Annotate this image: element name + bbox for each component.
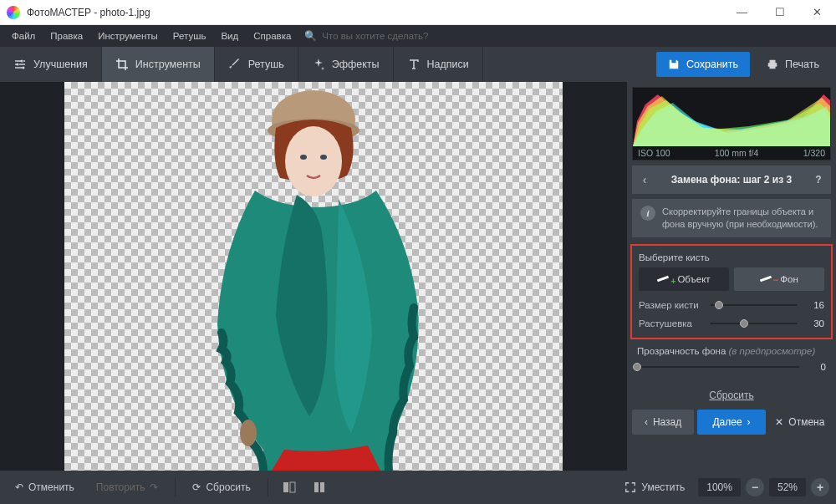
chevron-right-icon: › bbox=[747, 416, 751, 428]
brush-feather-label: Растушевка bbox=[639, 318, 704, 328]
brush-size-track[interactable] bbox=[711, 299, 798, 311]
opacity-slider: 0 bbox=[637, 361, 826, 373]
brush-minus-icon bbox=[760, 276, 775, 283]
sparkle-icon bbox=[312, 58, 325, 71]
svg-rect-12 bbox=[320, 482, 324, 492]
menu-retouch[interactable]: Ретушь bbox=[166, 28, 213, 44]
brush-size-label: Размер кисти bbox=[639, 300, 704, 310]
window-minimize[interactable]: — bbox=[723, 0, 761, 25]
reset-icon: ⟳ bbox=[192, 481, 201, 493]
opacity-label: Прозрачность фона (в предпросмотре) bbox=[637, 346, 826, 356]
fit-icon bbox=[624, 481, 636, 493]
zoom-100-button[interactable]: 100% bbox=[698, 478, 741, 496]
reset-link[interactable]: Сбросить bbox=[627, 389, 836, 401]
main-toolbar: Улучшения Инструменты Ретушь Эффекты Над… bbox=[0, 47, 836, 82]
sliders-icon bbox=[13, 58, 27, 71]
side-panel: ISO 100 100 mm f/4 1/320 ‹ Замена фона: … bbox=[627, 82, 836, 471]
nav-back-button[interactable]: ‹ Назад bbox=[632, 410, 694, 435]
info-box: i Скорректируйте границы объекта и фона … bbox=[632, 199, 831, 237]
tab-label: Надписи bbox=[427, 59, 469, 70]
shutter-value: 1/320 bbox=[803, 148, 825, 158]
menu-edit[interactable]: Правка bbox=[43, 28, 89, 44]
opacity-value: 0 bbox=[806, 362, 826, 372]
lens-value: 100 mm f/4 bbox=[715, 148, 759, 158]
redo-label: Повторить bbox=[96, 481, 145, 493]
search-input[interactable]: Что вы хотите сделать? bbox=[322, 31, 428, 41]
tab-tools[interactable]: Инструменты bbox=[102, 47, 215, 82]
menu-view[interactable]: Вид bbox=[214, 28, 245, 44]
window-titlebar: ФотоМАСТЕР - photo-1.jpg — ☐ ✕ bbox=[0, 0, 836, 25]
search-icon: 🔍 bbox=[304, 30, 317, 42]
nav-next-button[interactable]: Далее › bbox=[697, 410, 766, 435]
histogram: ISO 100 100 mm f/4 1/320 bbox=[632, 87, 831, 160]
image-canvas[interactable] bbox=[64, 82, 563, 471]
menu-file[interactable]: Файл bbox=[5, 28, 42, 44]
tab-label: Инструменты bbox=[135, 59, 201, 70]
svg-point-8 bbox=[240, 420, 257, 446]
tab-label: Улучшения bbox=[33, 59, 88, 70]
fit-button[interactable]: Уместить bbox=[616, 476, 693, 498]
brush-feather-value: 30 bbox=[804, 318, 824, 328]
app-logo bbox=[7, 6, 20, 19]
brush-size-value: 16 bbox=[804, 300, 824, 310]
brush-object-button[interactable]: Объект bbox=[639, 267, 729, 291]
save-label: Сохранить bbox=[686, 59, 738, 70]
tab-label: Эффекты bbox=[332, 59, 380, 70]
nav-cancel-button[interactable]: ✕ Отмена bbox=[769, 410, 831, 435]
undo-button[interactable]: ↶ Отменить bbox=[7, 476, 83, 498]
save-icon bbox=[668, 59, 680, 70]
brush-icon bbox=[228, 58, 242, 71]
close-icon: ✕ bbox=[775, 416, 783, 428]
zoom-level[interactable]: 52% bbox=[769, 478, 806, 496]
bottom-bar: ↶ Отменить Повторить ↷ ⟳ Сбросить Умести… bbox=[0, 471, 836, 504]
brush-background-label: Фон bbox=[780, 274, 798, 284]
info-icon: i bbox=[640, 206, 655, 221]
tab-label: Ретушь bbox=[248, 59, 284, 70]
info-text: Скорректируйте границы объекта и фона вр… bbox=[662, 206, 823, 231]
zoom-out-button[interactable]: − bbox=[746, 478, 764, 496]
crop-icon bbox=[115, 58, 129, 71]
canvas-area[interactable] bbox=[0, 82, 627, 471]
tab-effects[interactable]: Эффекты bbox=[298, 47, 394, 82]
brush-size-slider: Размер кисти 16 bbox=[639, 299, 824, 311]
nav-next-label: Далее bbox=[712, 416, 742, 428]
brush-feather-track[interactable] bbox=[711, 318, 798, 329]
reset-label: Сбросить bbox=[206, 481, 250, 493]
brush-background-button[interactable]: Фон bbox=[734, 267, 824, 291]
tab-improvements[interactable]: Улучшения bbox=[0, 47, 102, 82]
chevron-left-icon: ‹ bbox=[645, 416, 648, 428]
reset-all-button[interactable]: ⟳ Сбросить bbox=[184, 476, 258, 498]
window-close[interactable]: ✕ bbox=[798, 0, 836, 25]
print-label: Печать bbox=[785, 59, 819, 70]
tab-retouch[interactable]: Ретушь bbox=[215, 47, 298, 82]
step-back-icon[interactable]: ‹ bbox=[632, 173, 657, 186]
menubar: Файл Правка Инструменты Ретушь Вид Справ… bbox=[0, 25, 836, 47]
svg-point-6 bbox=[300, 155, 307, 160]
nav-back-label: Назад bbox=[653, 416, 681, 428]
split-view-icon[interactable] bbox=[308, 476, 330, 498]
nav-cancel-label: Отмена bbox=[788, 416, 824, 428]
step-title: Замена фона: шаг 2 из 3 bbox=[657, 174, 806, 186]
save-button[interactable]: Сохранить bbox=[656, 52, 750, 77]
svg-rect-9 bbox=[283, 482, 288, 492]
menu-help[interactable]: Справка bbox=[247, 28, 298, 44]
redo-icon: ↷ bbox=[150, 481, 158, 493]
brush-section-label: Выберите кисть bbox=[639, 252, 824, 262]
svg-point-2 bbox=[23, 67, 25, 69]
compare-before-after-icon[interactable] bbox=[278, 476, 300, 498]
brush-plus-icon bbox=[657, 276, 672, 283]
window-title: ФотоМАСТЕР - photo-1.jpg bbox=[27, 7, 723, 18]
window-maximize[interactable]: ☐ bbox=[761, 0, 798, 25]
opacity-track[interactable] bbox=[637, 361, 799, 373]
svg-rect-11 bbox=[314, 482, 319, 492]
zoom-in-button[interactable]: + bbox=[811, 478, 829, 496]
print-button[interactable]: Печать bbox=[755, 52, 831, 77]
step-help-icon[interactable]: ? bbox=[806, 174, 831, 186]
tab-captions[interactable]: Надписи bbox=[394, 47, 483, 82]
menu-tools[interactable]: Инструменты bbox=[91, 28, 165, 44]
redo-button[interactable]: Повторить ↷ bbox=[88, 476, 167, 498]
fit-label: Уместить bbox=[641, 481, 685, 493]
undo-label: Отменить bbox=[28, 481, 74, 493]
svg-point-1 bbox=[17, 64, 19, 66]
brush-feather-slider: Растушевка 30 bbox=[639, 318, 824, 329]
